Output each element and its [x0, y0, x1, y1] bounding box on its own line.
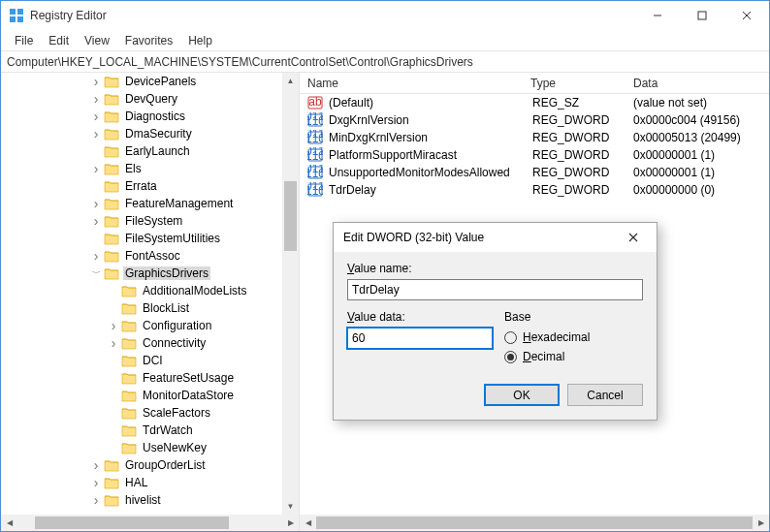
tree-item[interactable]: ﹀GraphicsDrivers — [1, 265, 282, 282]
tree-vscroll-thumb[interactable] — [284, 181, 297, 251]
tree-list[interactable]: ›DevicePanels›DevQuery›Diagnostics›DmaSe… — [1, 73, 282, 515]
menu-edit[interactable]: Edit — [41, 32, 77, 49]
tree-item[interactable]: ›FileSystem — [1, 212, 282, 230]
value-row[interactable]: 011110DxgKrnlVersionREG_DWORD0x0000c004 … — [300, 111, 769, 129]
menu-help[interactable]: Help — [180, 32, 220, 49]
minimize-button[interactable] — [635, 1, 680, 30]
chevron-right-icon[interactable]: › — [88, 213, 104, 229]
tree-item[interactable]: ›Els — [1, 160, 282, 177]
chevron-right-icon[interactable]: › — [88, 109, 104, 124]
values-header: Name Type Data — [300, 73, 769, 94]
value-type: REG_DWORD — [532, 183, 633, 197]
chevron-right-icon[interactable]: › — [88, 161, 104, 176]
maximize-button[interactable] — [680, 1, 724, 30]
radio-decimal[interactable]: Decimal — [504, 347, 643, 366]
tree-pane: ›DevicePanels›DevQuery›Diagnostics›DmaSe… — [1, 73, 300, 531]
chevron-right-icon[interactable]: › — [88, 248, 104, 264]
menu-view[interactable]: View — [77, 32, 117, 49]
tree-hscroll[interactable]: ◀ ▶ — [1, 515, 299, 531]
svg-text:110: 110 — [307, 167, 323, 180]
tree-item[interactable]: ›DmaSecurity — [1, 125, 282, 142]
tree-item[interactable]: MonitorDataStore — [1, 387, 282, 404]
tree-hscroll-thumb[interactable] — [35, 516, 229, 529]
value-row[interactable]: 011110TdrDelayREG_DWORD0x00000000 (0) — [300, 181, 769, 199]
column-type[interactable]: Type — [530, 77, 633, 90]
menu-file[interactable]: File — [7, 32, 41, 49]
chevron-right-icon[interactable]: › — [88, 457, 104, 473]
close-button[interactable] — [724, 1, 769, 30]
chevron-right-icon[interactable]: › — [88, 475, 104, 490]
tree-item[interactable]: ›Configuration — [1, 317, 282, 334]
tree-item[interactable]: ›hivelist — [1, 491, 282, 509]
scroll-left-icon[interactable]: ◀ — [1, 515, 17, 531]
tree-item[interactable]: ScaleFactors — [1, 404, 282, 422]
ok-button[interactable]: OK — [484, 384, 560, 406]
folder-icon — [104, 214, 119, 228]
values-hscroll[interactable]: ◀ ▶ — [300, 515, 769, 531]
chevron-right-icon[interactable]: › — [88, 126, 104, 141]
tree-item[interactable]: Errata — [1, 177, 282, 195]
dialog-title: Edit DWORD (32-bit) Value — [343, 231, 620, 244]
dialog-close-button[interactable] — [620, 227, 647, 248]
tree-item[interactable]: ›DevicePanels — [1, 73, 282, 90]
tree-item[interactable]: ›HAL — [1, 474, 282, 491]
chevron-right-icon[interactable]: › — [88, 74, 104, 89]
values-hscroll-thumb[interactable] — [316, 516, 753, 529]
value-row[interactable]: 011110UnsupportedMonitorModesAllowedREG_… — [300, 164, 769, 181]
scroll-right-icon[interactable]: ▶ — [282, 515, 299, 531]
menu-favorites[interactable]: Favorites — [117, 32, 180, 49]
chevron-right-icon[interactable]: › — [106, 318, 121, 333]
tree-item[interactable]: TdrWatch — [1, 422, 282, 439]
scroll-down-icon[interactable]: ▼ — [282, 498, 299, 515]
column-name[interactable]: Name — [307, 77, 530, 90]
column-data[interactable]: Data — [633, 77, 769, 90]
chevron-right-icon[interactable]: › — [88, 492, 104, 508]
tree-item[interactable]: BlockList — [1, 299, 282, 317]
chevron-right-icon[interactable]: › — [88, 91, 104, 107]
folder-icon — [104, 232, 119, 245]
base-radio-group: Hexadecimal Decimal — [504, 328, 643, 366]
base-label: Base — [504, 310, 643, 324]
value-name-input[interactable] — [347, 279, 643, 300]
tree-item[interactable]: AdditionalModeLists — [1, 282, 282, 299]
menubar: File Edit View Favorites Help — [1, 30, 769, 51]
scroll-up-icon[interactable]: ▲ — [282, 73, 299, 89]
cancel-button[interactable]: Cancel — [567, 384, 643, 406]
chevron-right-icon[interactable]: › — [88, 196, 104, 211]
chevron-down-icon[interactable]: ﹀ — [88, 267, 104, 280]
value-name: MinDxgKrnlVersion — [329, 131, 532, 144]
tree-item[interactable]: ›DevQuery — [1, 90, 282, 108]
tree-item[interactable]: FileSystemUtilities — [1, 230, 282, 247]
tree-vscroll[interactable]: ▲ ▼ — [282, 73, 299, 515]
value-row[interactable]: 011110PlatformSupportMiracastREG_DWORD0x… — [300, 146, 769, 164]
value-type: REG_DWORD — [532, 113, 633, 127]
tree-item[interactable]: EarlyLaunch — [1, 142, 282, 160]
tree-item[interactable]: ›FontAssoc — [1, 247, 282, 265]
folder-icon — [121, 406, 137, 420]
radio-hexadecimal[interactable]: Hexadecimal — [504, 328, 643, 347]
dialog-title-bar: Edit DWORD (32-bit) Value — [334, 223, 657, 252]
value-data: 0x00005013 (20499) — [633, 131, 769, 144]
folder-icon — [121, 284, 137, 297]
tree-item[interactable]: UseNewKey — [1, 439, 282, 456]
chevron-right-icon[interactable]: › — [106, 335, 121, 351]
tree-item[interactable]: DCI — [1, 352, 282, 369]
scroll-right-icon[interactable]: ▶ — [753, 515, 769, 531]
address-bar[interactable]: Computer\HKEY_LOCAL_MACHINE\SYSTEM\Curre… — [1, 51, 769, 73]
value-row[interactable]: ab(Default)REG_SZ(value not set) — [300, 94, 769, 111]
value-row[interactable]: 011110MinDxgKrnlVersionREG_DWORD0x000050… — [300, 129, 769, 146]
scroll-left-icon[interactable]: ◀ — [300, 515, 316, 531]
radio-hex-label: Hexadecimal — [523, 330, 590, 344]
tree-item[interactable]: FeatureSetUsage — [1, 369, 282, 387]
folder-icon — [104, 75, 119, 88]
tree-item-label: Connectivity — [141, 336, 208, 350]
tree-item[interactable]: ›Diagnostics — [1, 108, 282, 125]
tree-item-label: AdditionalModeLists — [141, 284, 248, 297]
radio-icon — [504, 331, 517, 344]
tree-item[interactable]: ›Connectivity — [1, 334, 282, 352]
binary-value-icon: 011110 — [307, 147, 323, 163]
value-data-input[interactable] — [347, 328, 493, 349]
tree-item-label: GraphicsDrivers — [123, 266, 210, 280]
tree-item[interactable]: ›FeatureManagement — [1, 195, 282, 212]
tree-item[interactable]: ›GroupOrderList — [1, 456, 282, 474]
